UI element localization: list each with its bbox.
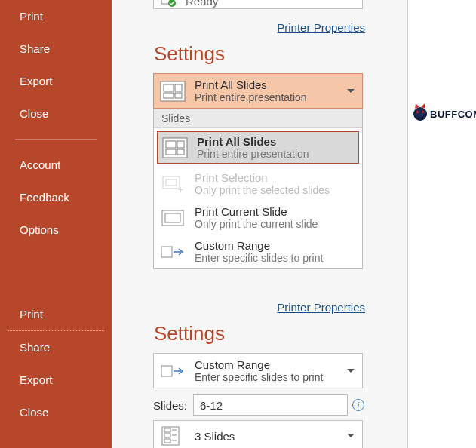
print-what-dropdown-2[interactable]: Custom Range Enter specific slides to pr… xyxy=(153,353,363,388)
option-subtitle: Print entire presentation xyxy=(197,148,309,160)
sidebar-item-options[interactable]: Options xyxy=(0,213,112,246)
sidebar-item-feedback[interactable]: Feedback xyxy=(0,181,112,213)
buffcom-logo-icon xyxy=(413,107,427,121)
slides-range-input[interactable] xyxy=(193,394,348,416)
sidebar-item-print-2[interactable]: Print xyxy=(0,298,112,330)
print-settings-panel: Ready Printer Properties Settings Print … xyxy=(112,0,408,298)
dropdown-group-label: Slides xyxy=(154,109,362,128)
option-print-selection[interactable]: + Print Selection Only print the selecte… xyxy=(154,167,362,201)
dropdown-title: Custom Range xyxy=(195,358,323,371)
sidebar-item-close[interactable]: Close xyxy=(0,97,112,130)
buffcom-watermark: BUFFCOM xyxy=(413,107,476,121)
sidebar-item-export[interactable]: Export xyxy=(0,65,112,97)
option-subtitle: Only print the selected slides xyxy=(195,184,330,196)
settings-heading: Settings xyxy=(154,42,407,66)
printer-properties-link-2[interactable]: Printer Properties xyxy=(277,301,365,314)
handout-3-icon xyxy=(160,425,186,446)
sidebar-item-account[interactable]: Account xyxy=(0,149,112,181)
option-title: Print Current Slide xyxy=(195,205,318,218)
printer-status-box[interactable]: Ready xyxy=(153,0,363,9)
slides-range-row: Slides: i xyxy=(153,394,372,416)
option-custom-range[interactable]: Custom Range Enter specific slides to pr… xyxy=(154,235,362,268)
option-print-current-slide[interactable]: Print Current Slide Only print the curre… xyxy=(154,201,362,235)
custom-range-icon xyxy=(160,364,186,379)
slide-layout-dropdown[interactable]: 3 Slides xyxy=(153,420,363,448)
option-print-all-slides[interactable]: Print All Slides Print entire presentati… xyxy=(157,131,359,164)
slides-all-icon xyxy=(162,137,188,158)
slides-range-label: Slides: xyxy=(153,399,187,412)
dropdown-title: Print All Slides xyxy=(195,78,307,91)
sidebar-item-close-2[interactable]: Close xyxy=(0,396,112,428)
chevron-down-icon xyxy=(347,369,355,373)
svg-rect-12 xyxy=(163,176,180,189)
settings-heading-2: Settings xyxy=(154,322,407,345)
option-title: Custom Range xyxy=(195,239,323,252)
sidebar-item-export-2[interactable]: Export xyxy=(0,364,112,396)
sidebar-item-share-2[interactable]: Share xyxy=(0,331,112,364)
svg-rect-18 xyxy=(161,366,172,376)
sidebar-item-share[interactable]: Share xyxy=(0,32,112,65)
printer-properties-link[interactable]: Printer Properties xyxy=(277,21,365,34)
option-subtitle: Enter specific slides to print xyxy=(195,252,323,264)
svg-text:+: + xyxy=(178,185,183,195)
printer-ready-icon xyxy=(160,0,177,8)
sidebar-divider xyxy=(15,139,97,140)
backstage-sidebar-lower: Print Share Export Close xyxy=(0,298,112,448)
chevron-down-icon xyxy=(347,434,355,438)
option-title: Print All Slides xyxy=(197,135,309,148)
print-settings-panel-lower: Printer Properties Settings Custom Range… xyxy=(112,298,408,448)
svg-rect-17 xyxy=(161,247,172,257)
sidebar-item-print[interactable]: Print xyxy=(0,0,112,32)
dropdown-title: 3 Slides xyxy=(195,430,235,443)
print-what-dropdown[interactable]: Print All Slides Print entire presentati… xyxy=(153,73,363,109)
backstage-sidebar: Print Share Export Close Account Feedbac… xyxy=(0,0,112,298)
option-subtitle: Only print the current slide xyxy=(195,218,318,230)
dropdown-subtitle: Print entire presentation xyxy=(195,91,307,103)
slides-selection-icon: + xyxy=(160,173,186,195)
print-what-dropdown-panel: Slides Print All Slides Print entire pre… xyxy=(153,109,363,269)
slide-single-icon xyxy=(160,207,186,229)
custom-range-icon xyxy=(160,244,186,259)
info-icon[interactable]: i xyxy=(352,399,364,411)
slides-all-icon xyxy=(160,81,186,102)
chevron-down-icon xyxy=(347,89,355,94)
dropdown-subtitle: Enter specific slides to print xyxy=(195,371,323,383)
buffcom-logo-text: BUFFCOM xyxy=(430,109,476,120)
option-title: Print Selection xyxy=(195,171,330,184)
printer-status-text: Ready xyxy=(186,0,218,8)
